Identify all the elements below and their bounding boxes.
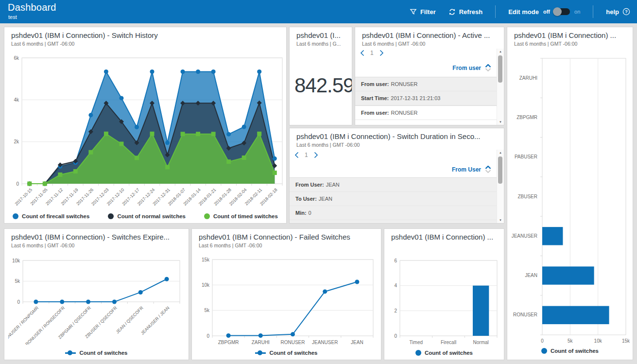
chart-legend: Count of switches bbox=[384, 350, 504, 356]
sort-control[interactable]: From user bbox=[452, 64, 491, 71]
switch-history-chart: 02k4k6k2017-10-152017-11-052017-11-12201… bbox=[6, 52, 285, 218]
sort-asc-icon[interactable] bbox=[485, 166, 491, 169]
help-button[interactable]: help ? bbox=[606, 8, 630, 16]
page-title: Dashboard bbox=[8, 2, 56, 13]
switches-by-type-chart: 0246TimedFirecallNormal bbox=[388, 257, 501, 353]
svg-text:5k: 5k bbox=[568, 338, 573, 344]
header-divider bbox=[495, 5, 496, 18]
svg-text:5k: 5k bbox=[204, 308, 210, 313]
record-list: From user:RONUSER Start Time:2017-12-31 … bbox=[355, 77, 497, 125]
panel-subtitle: Last 6 months | GMT -06:00 bbox=[514, 41, 577, 47]
svg-text:?: ? bbox=[625, 9, 628, 14]
page-number: 1 bbox=[370, 50, 374, 56]
legend-dot-icon bbox=[13, 213, 18, 219]
panel-title: pshdev01 (IBM i Connection) ... bbox=[514, 31, 628, 39]
svg-text:ZBPGMR: ZBPGMR bbox=[218, 340, 239, 345]
panel-switches-expired: pshdev01 (IBM i Connection) - Switches E… bbox=[4, 228, 189, 360]
legend-item-switches: Count of switches bbox=[65, 350, 127, 356]
svg-text:ZARUHI: ZARUHI bbox=[252, 340, 270, 345]
top-header-bar: Dashboard test Filter Refresh Edit mode … bbox=[0, 0, 637, 23]
panel-subtitle: Last 6 months | GMT -06:00 bbox=[11, 243, 74, 248]
svg-text:4k: 4k bbox=[14, 97, 19, 103]
next-page-icon[interactable] bbox=[314, 152, 318, 158]
list-record: From User:JEAN To User:JEAN Min:0 Max:44… bbox=[290, 178, 497, 224]
panel-failed-switches: pshdev01 (IBM i Connection) - Failed Swi… bbox=[191, 228, 381, 360]
edit-mode-label: Edit mode bbox=[508, 8, 539, 16]
svg-text:RONUSER: RONUSER bbox=[280, 340, 305, 345]
page-subtitle: test bbox=[8, 14, 17, 20]
svg-text:Timed: Timed bbox=[410, 340, 423, 345]
list-item: Start Time:2017-12-31 21:21:03 bbox=[355, 91, 497, 105]
svg-text:0: 0 bbox=[207, 333, 209, 339]
sort-control[interactable]: From User bbox=[452, 166, 491, 173]
legend-item-normal: Count of normal switches bbox=[108, 213, 186, 219]
scroll-up-icon[interactable]: ▲ bbox=[497, 150, 504, 156]
next-page-icon[interactable] bbox=[379, 50, 384, 56]
scrollbar[interactable]: ▲ ▼ bbox=[497, 150, 504, 223]
filter-button[interactable]: Filter bbox=[410, 8, 436, 16]
svg-text:JEAN / QSECOFR: JEAN / QSECOFR bbox=[115, 305, 144, 334]
list-item: Start Time:2017-12-31 20:15:08 bbox=[355, 120, 497, 125]
svg-text:JEANUSER: JEANUSER bbox=[512, 233, 537, 239]
list-item: From User:JEAN bbox=[290, 178, 497, 192]
refresh-label: Refresh bbox=[459, 8, 482, 16]
svg-text:JEAN: JEAN bbox=[351, 340, 363, 345]
legend-item-switches: Count of switches bbox=[541, 348, 599, 354]
svg-text:0: 0 bbox=[541, 338, 544, 344]
svg-text:Firecall: Firecall bbox=[441, 340, 456, 345]
header-divider bbox=[593, 5, 593, 18]
svg-text:5k: 5k bbox=[15, 278, 20, 284]
svg-text:JEANUSER: JEANUSER bbox=[312, 340, 338, 345]
scroll-down-icon[interactable]: ▼ bbox=[497, 119, 504, 125]
list-item: Max:446,564 bbox=[290, 220, 497, 224]
legend-item-firecall: Count of firecall switches bbox=[13, 213, 89, 219]
scroll-up-icon[interactable]: ▲ bbox=[497, 49, 504, 54]
svg-text:15k: 15k bbox=[622, 338, 630, 344]
legend-line-dot-icon bbox=[255, 350, 266, 356]
scrollbar-thumb[interactable] bbox=[498, 156, 502, 184]
sort-desc-icon[interactable] bbox=[485, 170, 491, 173]
panel-title: pshdev01 (IBM i Connection) - Failed Swi… bbox=[199, 233, 376, 241]
sort-label: From User bbox=[452, 166, 481, 173]
list-item: To User:JEAN bbox=[290, 192, 497, 206]
sort-desc-icon[interactable] bbox=[485, 68, 491, 71]
svg-text:2: 2 bbox=[394, 308, 397, 313]
chart-legend: Count of switches bbox=[507, 348, 633, 354]
svg-text:6: 6 bbox=[394, 258, 397, 263]
svg-text:ZARUHI: ZARUHI bbox=[519, 75, 537, 81]
scrollbar-thumb[interactable] bbox=[498, 55, 502, 83]
switches-expired-chart: 05k10kRONUSER / RONPGMRRONUSER / RONSECO… bbox=[8, 258, 186, 345]
record-list: From User:JEAN To User:JEAN Min:0 Max:44… bbox=[290, 178, 497, 224]
panel-subtitle: Last 6 months | GMT -06:00 bbox=[11, 41, 74, 47]
legend-dot-icon bbox=[204, 213, 210, 219]
legend-line-dot-icon bbox=[65, 350, 76, 356]
panel-switch-duration: pshdev01 (IBM i Connection) - Switch Dur… bbox=[289, 128, 504, 224]
panel-subtitle: Last 6 months | G... bbox=[296, 41, 341, 47]
panel-switches-by-type: pshdev01 (IBM i Connection) ... 0246Time… bbox=[384, 228, 504, 360]
svg-text:6k: 6k bbox=[14, 55, 19, 61]
svg-text:Normal: Normal bbox=[473, 340, 489, 345]
svg-text:PABUSER: PABUSER bbox=[515, 154, 537, 159]
filter-icon bbox=[410, 8, 417, 16]
panel-active-switches: pshdev01 (IBM i Connection) - Active ...… bbox=[355, 27, 504, 125]
sort-asc-icon[interactable] bbox=[485, 64, 491, 68]
prev-page-icon[interactable] bbox=[360, 50, 364, 56]
svg-text:4: 4 bbox=[394, 283, 397, 288]
toggle-knob[interactable] bbox=[553, 7, 562, 16]
svg-text:ZBPGMR: ZBPGMR bbox=[516, 115, 537, 120]
legend-dot-icon bbox=[108, 213, 114, 219]
pagination: 1 bbox=[294, 152, 318, 158]
svg-text:JEAN: JEAN bbox=[525, 273, 537, 278]
page-number: 1 bbox=[305, 152, 308, 158]
panel-switch-history: pshdev01 (IBM i Connection) - Switch His… bbox=[4, 27, 287, 224]
scroll-down-icon[interactable]: ▼ bbox=[497, 217, 504, 223]
legend-item-timed: Count of timed switches bbox=[204, 213, 278, 219]
edit-mode-toggle[interactable] bbox=[554, 8, 570, 15]
scrollbar[interactable]: ▲ ▼ bbox=[497, 49, 504, 125]
help-label: help bbox=[606, 8, 619, 16]
panel-title: pshdev01 (IBM i Connection) - Switches E… bbox=[11, 233, 184, 241]
failed-switches-chart: 05k10k15kZBPGMRZARUHIRONUSERJEANUSERJEAN bbox=[196, 257, 378, 353]
prev-page-icon[interactable] bbox=[294, 152, 299, 158]
refresh-button[interactable]: Refresh bbox=[448, 8, 482, 16]
panel-title: pshdev01 (IBM i Connection) - Active ... bbox=[362, 31, 499, 39]
